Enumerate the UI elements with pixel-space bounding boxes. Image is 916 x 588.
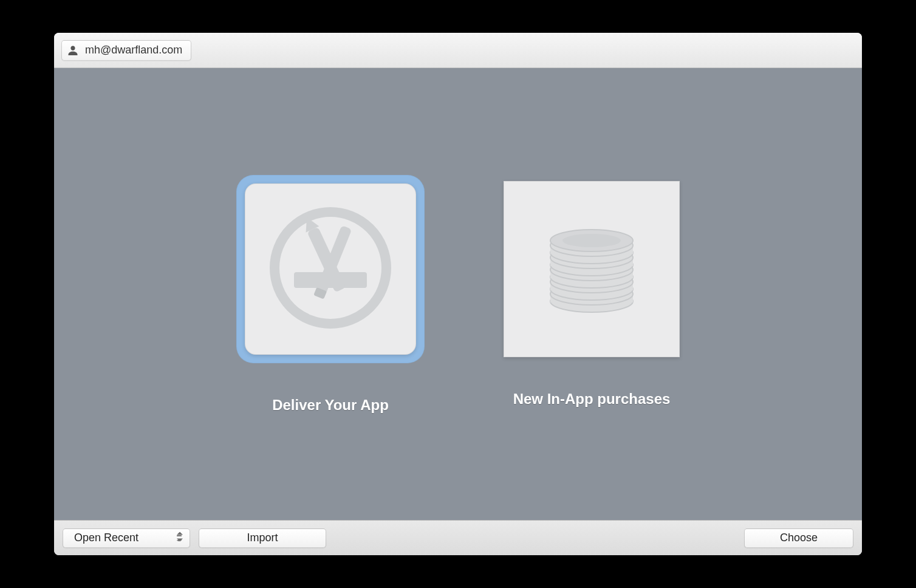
- footer-bar: Open Recent Import Choose: [54, 520, 862, 555]
- user-icon: [67, 44, 79, 56]
- import-button[interactable]: Import: [199, 528, 326, 548]
- tile: [504, 181, 680, 357]
- coins-icon: [528, 204, 655, 334]
- content-area: Deliver Your App: [54, 68, 862, 520]
- application-loader-window: mh@dwarfland.com: [54, 33, 862, 555]
- tile-selection-ring: [504, 181, 680, 357]
- titlebar: mh@dwarfland.com: [54, 33, 862, 68]
- choose-button[interactable]: Choose: [744, 528, 853, 548]
- import-label: Import: [247, 532, 278, 544]
- account-chip[interactable]: mh@dwarfland.com: [61, 40, 191, 61]
- option-deliver-your-app[interactable]: Deliver Your App: [236, 175, 425, 414]
- option-new-in-app-purchases[interactable]: New In-App purchases: [504, 181, 680, 408]
- app-store-icon: [261, 198, 400, 340]
- open-recent-popup[interactable]: Open Recent: [63, 528, 190, 548]
- open-recent-label: Open Recent: [74, 532, 138, 544]
- option-label: New In-App purchases: [513, 391, 671, 408]
- choose-label: Choose: [780, 532, 818, 544]
- svg-marker-24: [177, 538, 183, 541]
- tile-selection-ring: [236, 175, 425, 363]
- option-label: Deliver Your App: [272, 397, 389, 414]
- account-email: mh@dwarfland.com: [85, 44, 182, 56]
- chevron-updown-icon: [176, 532, 183, 544]
- tile: [245, 183, 416, 355]
- svg-marker-23: [177, 532, 183, 535]
- svg-point-22: [562, 234, 621, 247]
